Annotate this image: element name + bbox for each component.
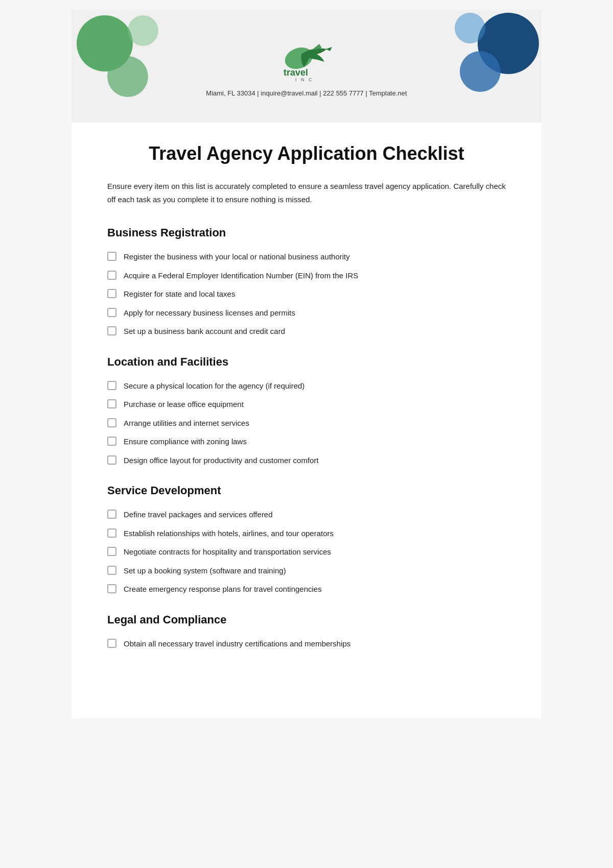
list-item: Create emergency response plans for trav… bbox=[107, 584, 506, 595]
item-text: Secure a physical location for the agenc… bbox=[124, 380, 506, 392]
item-text: Obtain all necessary travel industry cer… bbox=[124, 638, 506, 650]
section-service-development: Service Development Define travel packag… bbox=[107, 484, 506, 595]
logo-icon: travel I N C bbox=[276, 36, 337, 82]
item-text: Register for state and local taxes bbox=[124, 288, 506, 300]
list-item: Arrange utilities and internet services bbox=[107, 418, 506, 429]
list-item: Set up a business bank account and credi… bbox=[107, 326, 506, 337]
item-text: Apply for necessary business licenses an… bbox=[124, 307, 506, 319]
checkbox[interactable] bbox=[107, 437, 116, 446]
section-location-facilities: Location and Facilities Secure a physica… bbox=[107, 355, 506, 467]
list-item: Apply for necessary business licenses an… bbox=[107, 307, 506, 319]
checkbox[interactable] bbox=[107, 252, 116, 261]
header: travel I N C Miami, FL 33034 | inquire@t… bbox=[72, 10, 541, 123]
section-legal-compliance: Legal and Compliance Obtain all necessar… bbox=[107, 613, 506, 650]
checkbox[interactable] bbox=[107, 639, 116, 648]
main-title: Travel Agency Application Checklist bbox=[107, 143, 506, 164]
checklist-legal-compliance: Obtain all necessary travel industry cer… bbox=[107, 638, 506, 650]
decorative-blue-circle-3 bbox=[455, 13, 485, 43]
section-title-service-development: Service Development bbox=[107, 484, 506, 500]
list-item: Ensure compliance with zoning laws bbox=[107, 436, 506, 448]
checkbox[interactable] bbox=[107, 566, 116, 575]
item-text: Negotiate contracts for hospitality and … bbox=[124, 546, 506, 558]
main-content: Travel Agency Application Checklist Ensu… bbox=[72, 123, 541, 688]
list-item: Define travel packages and services offe… bbox=[107, 509, 506, 521]
checkbox[interactable] bbox=[107, 289, 116, 298]
item-text: Acquire a Federal Employer Identificatio… bbox=[124, 270, 506, 282]
list-item: Obtain all necessary travel industry cer… bbox=[107, 638, 506, 650]
decorative-blue-circle-2 bbox=[460, 51, 501, 92]
page: travel I N C Miami, FL 33034 | inquire@t… bbox=[72, 10, 541, 718]
checkbox[interactable] bbox=[107, 418, 116, 427]
checklist-service-development: Define travel packages and services offe… bbox=[107, 509, 506, 595]
list-item: Secure a physical location for the agenc… bbox=[107, 380, 506, 392]
section-business-registration: Business Registration Register the busin… bbox=[107, 226, 506, 337]
section-title-business-registration: Business Registration bbox=[107, 226, 506, 242]
svg-text:travel: travel bbox=[284, 67, 308, 78]
decorative-green-circle-3 bbox=[128, 15, 158, 46]
item-text: Ensure compliance with zoning laws bbox=[124, 436, 506, 448]
checklist-location-facilities: Secure a physical location for the agenc… bbox=[107, 380, 506, 467]
checkbox[interactable] bbox=[107, 584, 116, 593]
checkbox[interactable] bbox=[107, 528, 116, 538]
decorative-green-circle-2 bbox=[107, 56, 148, 97]
list-item: Purchase or lease office equipment bbox=[107, 399, 506, 411]
checkbox[interactable] bbox=[107, 455, 116, 465]
item-text: Create emergency response plans for trav… bbox=[124, 584, 506, 595]
logo-area: travel I N C bbox=[276, 36, 337, 82]
section-title-legal-compliance: Legal and Compliance bbox=[107, 613, 506, 629]
checkbox[interactable] bbox=[107, 271, 116, 280]
checkbox[interactable] bbox=[107, 399, 116, 408]
item-text: Define travel packages and services offe… bbox=[124, 509, 506, 521]
checklist-business-registration: Register the business with your local or… bbox=[107, 251, 506, 337]
svg-text:I  N  C: I N C bbox=[295, 77, 314, 82]
checkbox[interactable] bbox=[107, 381, 116, 390]
list-item: Negotiate contracts for hospitality and … bbox=[107, 546, 506, 558]
item-text: Register the business with your local or… bbox=[124, 251, 506, 263]
list-item: Set up a booking system (software and tr… bbox=[107, 565, 506, 577]
item-text: Set up a business bank account and credi… bbox=[124, 326, 506, 337]
checkbox[interactable] bbox=[107, 547, 116, 556]
section-title-location-facilities: Location and Facilities bbox=[107, 355, 506, 371]
contact-info: Miami, FL 33034 | inquire@travel.mail | … bbox=[206, 89, 407, 97]
item-text: Arrange utilities and internet services bbox=[124, 418, 506, 429]
checkbox[interactable] bbox=[107, 510, 116, 519]
list-item: Register for state and local taxes bbox=[107, 288, 506, 300]
item-text: Set up a booking system (software and tr… bbox=[124, 565, 506, 577]
list-item: Establish relationships with hotels, air… bbox=[107, 528, 506, 540]
intro-text: Ensure every item on this list is accura… bbox=[107, 180, 506, 206]
list-item: Design office layout for productivity an… bbox=[107, 455, 506, 467]
list-item: Register the business with your local or… bbox=[107, 251, 506, 263]
item-text: Establish relationships with hotels, air… bbox=[124, 528, 506, 540]
item-text: Design office layout for productivity an… bbox=[124, 455, 506, 467]
checkbox[interactable] bbox=[107, 308, 116, 317]
checkbox[interactable] bbox=[107, 326, 116, 335]
item-text: Purchase or lease office equipment bbox=[124, 399, 506, 411]
list-item: Acquire a Federal Employer Identificatio… bbox=[107, 270, 506, 282]
